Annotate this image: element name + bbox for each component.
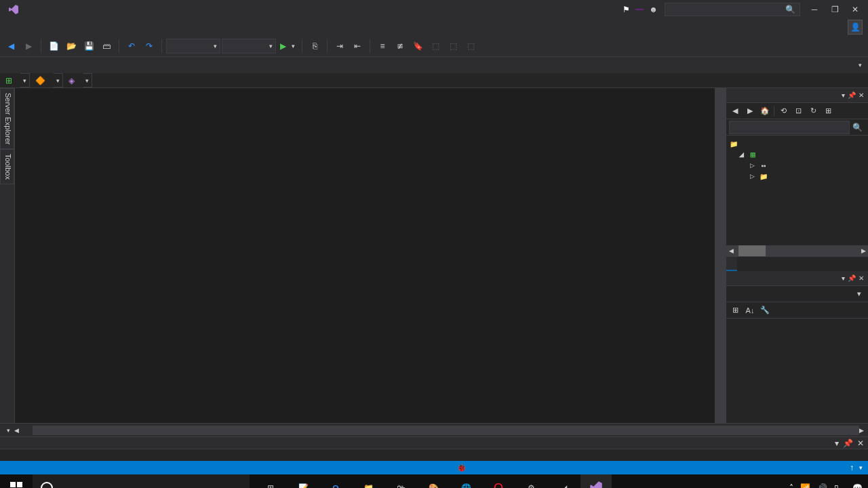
task-view-button[interactable]: ⊞ (255, 474, 286, 488)
redo-button[interactable]: ↷ (141, 38, 157, 54)
expand-icon[interactable]: ◢ (737, 151, 745, 158)
se-btn1-icon[interactable]: ⊡ (792, 105, 804, 117)
expand-icon[interactable]: ▷ (748, 173, 756, 180)
toolbar-btn-a[interactable]: ⬚ (427, 38, 443, 54)
notification-count[interactable] (635, 9, 644, 10)
se-sync-icon[interactable]: ⟲ (777, 105, 789, 117)
sign-in-link[interactable] (831, 25, 845, 29)
app-store[interactable]: 🛍 (385, 474, 416, 488)
app-visual-studio[interactable] (580, 474, 612, 488)
app-1[interactable]: 🎨 (418, 474, 449, 488)
team-explorer-tab[interactable] (737, 257, 748, 271)
panel-close-icon[interactable]: ✕ (859, 92, 864, 99)
nav-fwd-button[interactable]: ▶ (20, 38, 37, 54)
properties-wrench-icon[interactable]: 🔧 (759, 304, 771, 317)
indent-button[interactable]: ⇥ (332, 38, 348, 54)
chevron-down-icon[interactable]: ▾ (7, 427, 10, 434)
app-opera[interactable]: O (483, 474, 514, 488)
tray-network-icon[interactable]: 📶 (800, 483, 810, 488)
nav-project[interactable]: ⊞ (0, 76, 20, 85)
panel-dropdown-icon[interactable]: ▾ (835, 439, 839, 448)
se-refresh-icon[interactable]: ↻ (807, 105, 819, 117)
cortana-search[interactable] (33, 474, 250, 488)
toolbar-btn-c[interactable]: ⬚ (462, 38, 479, 54)
toolbox-tab[interactable]: Toolbox (0, 149, 14, 184)
publish-button[interactable]: ↑ ▾ (850, 463, 863, 472)
tabs-dropdown-button[interactable]: ▾ (852, 57, 868, 73)
solution-tab[interactable] (726, 257, 737, 271)
solution-hscroll[interactable]: ◀▶ (726, 245, 868, 256)
class-view-tab[interactable] (748, 257, 759, 271)
code-editor[interactable] (15, 88, 726, 423)
se-home-icon[interactable]: 🏠 (759, 105, 771, 117)
nav-method[interactable]: ◈ (63, 76, 83, 85)
chevron-down-icon[interactable]: ▾ (83, 73, 92, 87)
save-button[interactable]: 💾 (81, 38, 97, 54)
app-explorer[interactable]: 📁 (353, 474, 384, 488)
tray-notifications-icon[interactable]: 💬 (852, 483, 863, 488)
app-obs[interactable]: ⚙ (515, 474, 547, 488)
start-debug-button[interactable]: ▶ ▾ (277, 41, 298, 51)
hscroll-left-icon[interactable]: ◀ (14, 427, 19, 434)
se-btn2-icon[interactable]: ⊞ (822, 105, 834, 117)
project-node[interactable]: ◢ ⊞ (729, 149, 865, 160)
save-all-button[interactable]: 🗃 (98, 38, 115, 54)
tray-battery-icon[interactable]: ▯ (834, 483, 839, 488)
account-avatar-icon[interactable]: 👤 (848, 20, 863, 35)
quick-launch-input[interactable]: 🔍 (665, 3, 800, 16)
new-project-button[interactable]: 📄 (45, 38, 62, 54)
output-tab[interactable] (11, 454, 22, 457)
toolbar-btn-1[interactable]: ⎘ (307, 38, 323, 54)
chevron-down-icon[interactable]: ▾ (20, 73, 30, 87)
solution-node[interactable]: 📁 (729, 138, 865, 149)
status-icon[interactable]: 🐞 (450, 463, 473, 472)
start-button[interactable] (0, 474, 33, 488)
outdent-button[interactable]: ⇤ (349, 38, 366, 54)
tray-chevron-icon[interactable]: ˄ (789, 483, 793, 488)
nav-back-button[interactable]: ◀ (3, 38, 19, 54)
code-area[interactable] (58, 88, 715, 423)
chevron-down-icon[interactable]: ▾ (54, 73, 63, 87)
notification-flag-icon[interactable]: ⚑ (623, 5, 630, 14)
tray-volume-icon[interactable]: 🔊 (817, 483, 827, 488)
feedback-icon[interactable]: ☻ (649, 5, 658, 14)
uncomment-button[interactable]: ≢ (392, 38, 408, 54)
alphabetical-icon[interactable]: A↓ (744, 304, 756, 317)
panel-dropdown-icon[interactable]: ▾ (842, 92, 845, 99)
panel-pin-icon[interactable]: 📌 (848, 92, 856, 99)
app-edge[interactable]: e (320, 474, 351, 488)
comment-button[interactable]: ≡ (374, 38, 391, 54)
toolbar-btn-b[interactable]: ⬚ (445, 38, 461, 54)
config-dropdown[interactable] (166, 39, 220, 54)
search-icon[interactable]: 🔍 (850, 123, 865, 132)
expand-icon[interactable]: ▷ (748, 162, 756, 169)
panel-close-icon[interactable]: ✕ (857, 439, 864, 448)
editor-vscrollbar[interactable] (715, 88, 726, 423)
categorized-icon[interactable]: ⊞ (729, 304, 741, 317)
editor-hscrollbar[interactable] (33, 426, 859, 435)
open-button[interactable]: 📂 (63, 38, 79, 54)
panel-pin-icon[interactable]: 📌 (843, 439, 853, 448)
assets-node[interactable]: ▷ 📁 (729, 171, 865, 182)
close-button[interactable]: ✕ (845, 1, 865, 18)
panel-close-icon[interactable]: ✕ (859, 274, 864, 282)
references-node[interactable]: ▷ ▪▪ (729, 160, 865, 171)
undo-button[interactable]: ↶ (123, 38, 140, 54)
app-unity[interactable]: ◢ (548, 474, 579, 488)
chevron-down-icon[interactable]: ▾ (853, 288, 865, 300)
panel-dropdown-icon[interactable]: ▾ (842, 274, 845, 282)
bookmark-button[interactable]: 🔖 (410, 38, 426, 54)
server-explorer-tab[interactable]: Server Explorer (0, 88, 14, 149)
maximize-button[interactable]: ❐ (825, 1, 845, 18)
error-list-tab[interactable] (0, 454, 11, 457)
se-back-icon[interactable]: ◀ (729, 105, 741, 117)
solution-search-input[interactable] (729, 121, 850, 134)
app-chrome[interactable]: 🌐 (450, 474, 481, 488)
app-notepad[interactable]: 📝 (288, 474, 319, 488)
se-fwd-icon[interactable]: ▶ (744, 105, 756, 117)
platform-dropdown[interactable] (222, 39, 276, 54)
nav-class[interactable]: 🔶 (30, 76, 54, 85)
minimize-button[interactable]: ─ (804, 1, 825, 18)
hscroll-right-icon[interactable]: ▶ (859, 427, 864, 434)
panel-pin-icon[interactable]: 📌 (848, 274, 856, 282)
